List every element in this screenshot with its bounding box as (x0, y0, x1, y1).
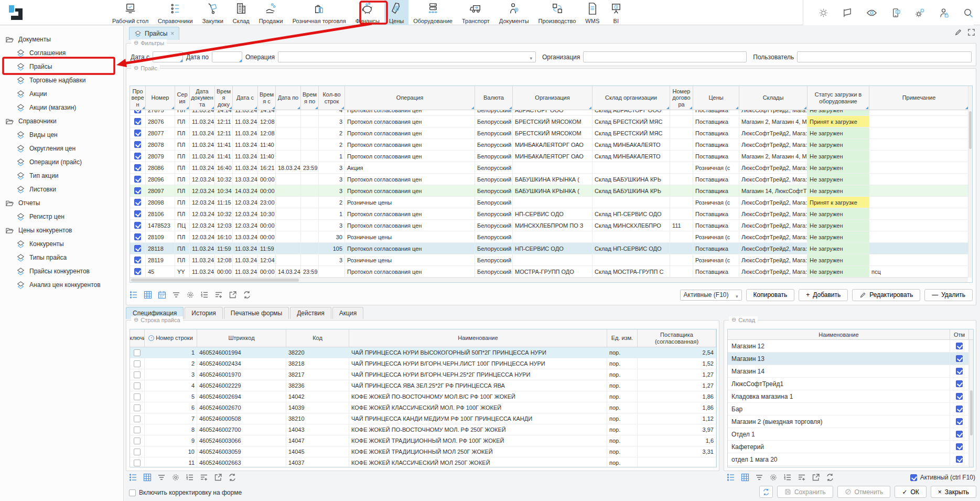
tree-item[interactable]: Справочники (0, 114, 123, 128)
edit-button[interactable]: Редактировать (852, 289, 920, 301)
warehouse-checked-checkbox[interactable] (956, 418, 963, 425)
nav-item-desktop[interactable]: Рабочий стол (107, 0, 153, 25)
refresh-icon[interactable] (243, 291, 251, 299)
price-row[interactable]: 28076 ПЛ 11.03.24 12:11 11.03.24 12:08 3… (130, 116, 972, 127)
col-header[interactable]: Поставщика (согласованная) (638, 329, 716, 347)
price-row[interactable]: 1478523 ПЦ 12.03.24 12:03 12.03.24 00:00… (130, 220, 972, 231)
date-from-input[interactable] (153, 51, 183, 62)
col-header[interactable]: Штрихкод (197, 329, 286, 347)
warehouse-checked-checkbox[interactable] (956, 393, 963, 400)
spec-row[interactable]: 4 4605246002229 38236 ЧАЙ ПРИНЦЕССА ЯВА … (130, 380, 716, 391)
price-row[interactable]: 27875 ПЛ 11.03.24 14:14 11.03.24 14:14 4… (130, 110, 972, 116)
save-button[interactable]: Сохранить (777, 486, 833, 498)
col-header[interactable]: Код (286, 329, 349, 347)
theme-icon[interactable] (818, 7, 829, 18)
spec-row[interactable]: 5 4605246002694 14042 КОФЕ ЖОКЕЙ ПО-ВОСТ… (130, 391, 716, 402)
col-header[interactable]: Номер (146, 86, 175, 110)
collapse-icon[interactable]: ⊖ (134, 65, 138, 71)
spec-row[interactable]: 6 4605246002670 14039 КОФЕ ЖОКЕЙ КЛАССИЧ… (130, 402, 716, 413)
nav-item-prices[interactable]: Цены (384, 0, 408, 25)
tree-item[interactable]: Анализ цен конкурентов (0, 278, 123, 292)
nav-item-transport[interactable]: Транспорт (457, 0, 494, 25)
col-header[interactable]: Дата по (276, 86, 301, 110)
warehouse-row[interactable]: Магазин 13 (728, 353, 973, 365)
nav-item-purchases[interactable]: Закупки (198, 0, 228, 25)
price-row[interactable]: 28079 ПЛ 11.03.24 11:41 11.03.24 11:40 1… (130, 151, 972, 162)
numbered-list-icon[interactable] (200, 291, 209, 299)
warehouse-checked-checkbox[interactable] (956, 343, 963, 349)
tree-item[interactable]: Документы (0, 33, 123, 46)
add-list-icon[interactable] (798, 473, 806, 482)
vertical-scrollbar[interactable] (968, 86, 972, 278)
price-row[interactable]: 28098 ПЛ 12.03.24 11:15 12.03.24 23:00 2… (130, 197, 972, 208)
price-row[interactable]: 28118 ПЛ 11.03.24 11:59 11.03.24 11:59 1… (130, 243, 972, 254)
view-list-icon[interactable] (130, 291, 138, 299)
nav-item-production[interactable]: Производство (534, 0, 581, 25)
price-row[interactable]: 28106 ПЛ 12.03.24 10:32 12.03.24 10:30 1… (130, 208, 972, 220)
warehouse-checked-checkbox[interactable] (956, 431, 963, 438)
tree-item[interactable]: Операции (прайс) (0, 155, 123, 169)
tree-item[interactable]: Торговые надбавки (0, 73, 123, 87)
col-header[interactable]: Примечание (869, 86, 969, 110)
horizontal-scrollbar[interactable] (130, 278, 968, 282)
add-button[interactable]: +Добавить (799, 289, 848, 301)
edit-pencil-icon[interactable] (954, 28, 962, 36)
open-external-icon[interactable] (229, 291, 237, 299)
cancel-button[interactable]: Отменить (837, 486, 891, 498)
col-header[interactable]: Склады (739, 86, 807, 110)
nav-item-equipment[interactable]: Оборудование (408, 0, 457, 25)
gear-icon[interactable] (171, 473, 180, 482)
tree-item[interactable]: Типы прайса (0, 251, 123, 264)
row-checked-checkbox[interactable] (134, 245, 141, 252)
spec-row[interactable]: 8 4605246002700 14043 КОФЕ ЖОКЕЙ ПО-ВОСТ… (130, 424, 716, 435)
warehouse-row[interactable]: отдел 1 мага 20 (728, 453, 973, 466)
gear-icon[interactable] (769, 473, 778, 482)
exclude-checkbox[interactable] (134, 371, 141, 378)
collapse-icon[interactable]: ⊖ (731, 316, 736, 323)
tab-actions[interactable]: Действия (290, 307, 331, 319)
warehouse-row[interactable]: Бар (728, 403, 973, 415)
open-external-icon[interactable] (812, 473, 820, 482)
vertical-scrollbar[interactable] (969, 340, 973, 467)
search-icon[interactable] (963, 7, 974, 18)
row-checked-checkbox[interactable] (134, 176, 141, 183)
collapse-icon[interactable]: ⊖ (134, 316, 138, 323)
tree-item[interactable]: Цены конкурентов (0, 223, 123, 237)
nav-item-finance[interactable]: Финансы (351, 0, 384, 25)
row-checked-checkbox[interactable] (134, 268, 141, 275)
exclude-checkbox[interactable] (134, 438, 141, 444)
active-flag-checkbox[interactable] (910, 474, 917, 481)
row-checked-checkbox[interactable] (134, 199, 141, 206)
row-checked-checkbox[interactable] (134, 164, 141, 171)
nav-item-warehouse[interactable]: Склад (228, 0, 254, 25)
tab-print-forms[interactable]: Печатные формы (224, 307, 289, 319)
warehouse-row[interactable]: Кладовка магазина 1 (728, 390, 973, 403)
add-list-icon[interactable] (200, 473, 208, 482)
spec-row[interactable]: 3 4605246001970 38217 ЧАЙ ПРИНЦЕССА НУРИ… (130, 369, 716, 380)
nav-item-references[interactable]: Справочники (153, 0, 198, 25)
price-row[interactable]: 45 YY 11.03.24 00:00 11.03.24 00:00 14.0… (130, 266, 972, 278)
numbered-list-icon[interactable] (186, 473, 194, 482)
col-header[interactable]: Номер строки (145, 329, 197, 347)
tree-item[interactable]: Прайсы (0, 60, 123, 73)
col-header[interactable]: Организация (513, 86, 593, 110)
view-list-icon[interactable] (727, 473, 735, 482)
tab-promo[interactable]: Акция (332, 307, 363, 319)
warehouse-row[interactable]: Магазин 12 (728, 340, 973, 353)
refresh-button[interactable] (759, 486, 773, 498)
row-checked-checkbox[interactable] (134, 257, 141, 263)
row-checked-checkbox[interactable] (134, 153, 141, 159)
nav-item-wms[interactable]: WMS (580, 0, 604, 25)
view-list-icon[interactable] (129, 473, 137, 482)
spec-row[interactable]: 7 4605246000508 38210 ЧАЙ ПРИНЦЕССА КАНД… (130, 413, 716, 424)
tree-item[interactable]: Конкуренты (0, 237, 123, 251)
spec-row[interactable]: 11 4605246002663 14037 КОФЕ ЖОКЕЙ КЛАССИ… (130, 457, 716, 467)
price-row[interactable]: 28109 ПЛ 12.03.24 16:10 13.03.24 00:00 3… (130, 231, 972, 243)
operation-select[interactable]: ▾ (278, 51, 536, 62)
active-filter-select[interactable]: Активные (F10) ▾ (680, 290, 742, 301)
refresh-icon[interactable] (228, 473, 236, 482)
col-header[interactable]: Время доку (215, 86, 233, 110)
col-header[interactable]: Кол-во строк (319, 86, 345, 110)
col-header[interactable]: Серия (175, 86, 190, 110)
refresh-icon[interactable] (826, 473, 834, 482)
